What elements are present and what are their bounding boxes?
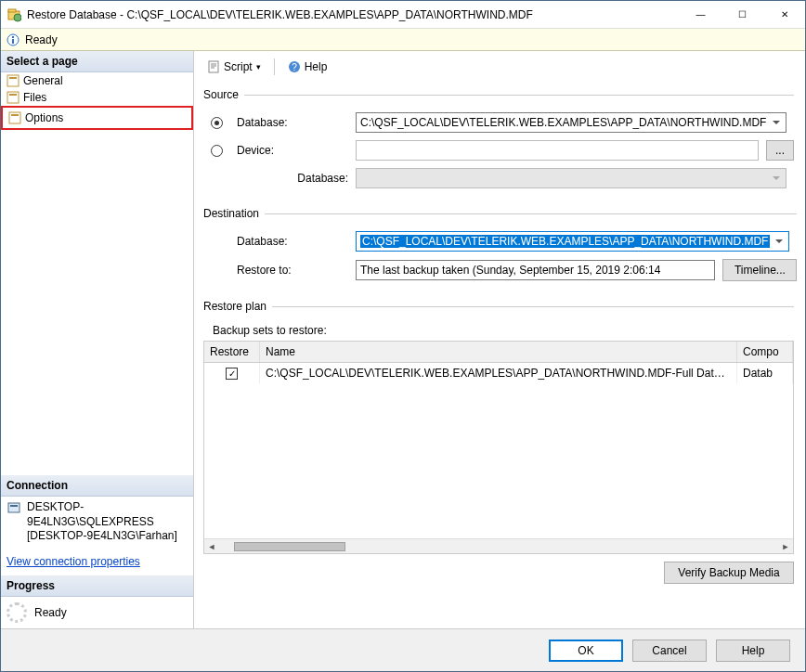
connection-user: [DESKTOP-9E4LN3G\Farhan]: [27, 529, 188, 544]
view-connection-link[interactable]: View connection properties: [1, 548, 193, 575]
restore-db-icon: [6, 7, 21, 22]
source-group: Source Database: C:\QSF_LOCAL\DEV\TELERI…: [203, 88, 794, 192]
svg-rect-1: [8, 9, 16, 12]
script-label: Script: [224, 60, 253, 73]
svg-rect-10: [9, 112, 20, 123]
svg-text:?: ?: [292, 62, 297, 72]
svg-rect-6: [7, 75, 19, 86]
progress-text: Ready: [34, 606, 67, 619]
page-nav: General Files Options: [1, 72, 193, 130]
nav-label: Options: [25, 111, 63, 124]
status-strip: Ready: [1, 29, 805, 51]
sidebar: Select a page General Files Options Conn…: [1, 51, 194, 628]
content-pane: Script ▾ ? Help Source Database: C:\QSF_…: [194, 51, 805, 628]
source-legend: Source: [203, 88, 244, 101]
restore-plan-legend: Restore plan: [203, 300, 272, 313]
connection-server: DESKTOP-9E4LN3G\SQLEXPRESS: [27, 500, 188, 529]
source-database-combo[interactable]: C:\QSF_LOCAL\DEV\TELERIK.WEB.EXAMPLES\AP…: [356, 112, 786, 133]
nav-files[interactable]: Files: [1, 89, 193, 106]
source-device-radio[interactable]: [211, 145, 223, 157]
script-button[interactable]: Script ▾: [203, 58, 265, 75]
destination-database-label: Database:: [237, 235, 348, 248]
verify-backup-button[interactable]: Verify Backup Media: [664, 562, 794, 584]
titlebar: Restore Database - C:\QSF_LOCAL\DEV\TELE…: [1, 1, 805, 29]
destination-group: Destination Database: C:\QSF_LOCAL\DEV\T…: [203, 207, 797, 285]
window-controls: — ☐ ✕: [680, 1, 805, 29]
connection-info: DESKTOP-9E4LN3G\SQLEXPRESS [DESKTOP-9E4L…: [1, 497, 193, 548]
page-icon: [8, 111, 21, 124]
toolbar-separator: [274, 58, 275, 75]
svg-rect-12: [8, 503, 20, 512]
nav-general[interactable]: General: [1, 72, 193, 89]
svg-rect-11: [11, 114, 19, 116]
table-header: Restore Name Compo: [204, 342, 793, 363]
horizontal-scrollbar[interactable]: ◄ ►: [204, 538, 793, 553]
help-footer-button[interactable]: Help: [716, 640, 790, 662]
script-icon: [207, 60, 220, 73]
row-name: C:\QSF_LOCAL\DEV\TELERIK.WEB.EXAMPLES\AP…: [260, 363, 737, 383]
source-database-radio[interactable]: [211, 117, 223, 129]
destination-legend: Destination: [203, 207, 265, 220]
scroll-left-icon[interactable]: ◄: [204, 539, 219, 554]
nav-options[interactable]: Options: [1, 106, 193, 130]
server-icon: [6, 500, 21, 544]
cancel-button[interactable]: Cancel: [632, 640, 707, 662]
page-icon: [6, 74, 20, 87]
col-component[interactable]: Compo: [737, 342, 793, 362]
dialog-footer: OK Cancel Help: [1, 628, 805, 671]
window-title: Restore Database - C:\QSF_LOCAL\DEV\TELE…: [27, 8, 680, 21]
progress-body: Ready: [1, 597, 193, 628]
minimize-button[interactable]: —: [680, 1, 722, 29]
page-icon: [6, 91, 20, 104]
source-device-label: Device:: [237, 144, 348, 157]
destination-database-combo[interactable]: C:\QSF_LOCAL\DEV\TELERIK.WEB.EXAMPLES\AP…: [356, 231, 789, 252]
ok-button[interactable]: OK: [549, 640, 623, 662]
nav-label: General: [23, 74, 63, 87]
restore-to-input[interactable]: The last backup taken (Sunday, September…: [356, 260, 715, 280]
source-device-input[interactable]: [356, 140, 759, 161]
destination-database-value: C:\QSF_LOCAL\DEV\TELERIK.WEB.EXAMPLES\AP…: [360, 235, 770, 248]
backup-sets-label: Backup sets to restore:: [203, 320, 794, 341]
restore-to-value: The last backup taken (Sunday, September…: [360, 264, 660, 277]
device-database-combo: [356, 168, 786, 188]
col-name[interactable]: Name: [260, 342, 737, 362]
table-row[interactable]: ✓ C:\QSF_LOCAL\DEV\TELERIK.WEB.EXAMPLES\…: [204, 363, 793, 383]
restore-to-label: Restore to:: [237, 264, 348, 277]
backup-sets-table: Restore Name Compo ✓ C:\QSF_LOCAL\DEV\TE…: [203, 341, 794, 554]
help-icon: ?: [288, 60, 301, 73]
svg-rect-9: [9, 94, 17, 96]
progress-header: Progress: [1, 575, 193, 597]
svg-rect-4: [12, 39, 14, 44]
scroll-right-icon[interactable]: ►: [778, 539, 793, 554]
restore-plan-group: Restore plan Backup sets to restore: Res…: [203, 300, 794, 614]
svg-rect-7: [9, 77, 17, 79]
source-database-label: Database:: [237, 116, 348, 129]
svg-rect-5: [12, 36, 14, 38]
dropdown-icon: ▾: [256, 62, 261, 71]
maximize-button[interactable]: ☐: [722, 1, 763, 29]
connection-header: Connection: [1, 475, 193, 497]
status-text: Ready: [25, 33, 58, 46]
device-browse-button[interactable]: ...: [766, 140, 794, 161]
select-page-header: Select a page: [1, 51, 193, 72]
help-label: Help: [305, 60, 328, 73]
svg-rect-8: [7, 92, 19, 103]
svg-rect-13: [10, 505, 18, 507]
close-button[interactable]: ✕: [763, 1, 805, 29]
svg-rect-14: [209, 61, 218, 72]
device-database-label: Database:: [237, 172, 348, 185]
info-icon: [6, 33, 20, 46]
timeline-button[interactable]: Timeline...: [722, 259, 797, 281]
restore-checkbox[interactable]: ✓: [226, 368, 238, 380]
source-database-value: C:\QSF_LOCAL\DEV\TELERIK.WEB.EXAMPLES\AP…: [360, 116, 766, 129]
progress-spinner-icon: [6, 602, 27, 623]
svg-point-2: [14, 14, 21, 21]
scroll-thumb[interactable]: [234, 542, 345, 551]
row-component: Datab: [737, 363, 793, 383]
col-restore[interactable]: Restore: [204, 342, 260, 362]
help-button[interactable]: ? Help: [284, 58, 332, 75]
nav-label: Files: [23, 91, 46, 104]
content-toolbar: Script ▾ ? Help: [203, 57, 794, 83]
